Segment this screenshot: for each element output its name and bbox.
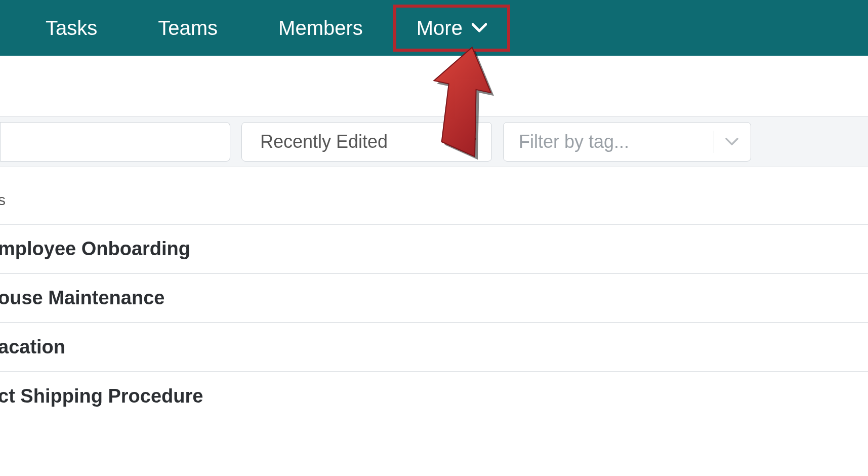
nav-label: More	[417, 17, 463, 39]
nav-label: Members	[278, 17, 363, 39]
sort-select[interactable]: Recently Edited	[241, 122, 492, 162]
nav-members[interactable]: Members	[248, 2, 393, 55]
nav-label: Tasks	[46, 17, 97, 39]
nav-tasks[interactable]: Tasks	[15, 2, 128, 55]
chevron-down-icon	[725, 137, 738, 146]
tag-filter-input[interactable]: Filter by tag...	[503, 122, 751, 162]
search-input[interactable]	[0, 122, 230, 162]
section-header: s	[0, 187, 868, 224]
list-item[interactable]: ouse Maintenance	[0, 273, 868, 322]
sort-selected-label: Recently Edited	[260, 131, 388, 152]
top-nav: Tasks Teams Members More	[0, 0, 868, 56]
list-item-title: ct Shipping Procedure	[0, 385, 203, 407]
list-item-title: mployee Onboarding	[0, 238, 190, 259]
secondary-bar	[0, 56, 868, 116]
nav-label: Teams	[158, 17, 218, 39]
nav-teams[interactable]: Teams	[128, 2, 248, 55]
chevron-down-icon	[463, 137, 476, 146]
list-item-title: ouse Maintenance	[0, 287, 164, 308]
nav-more[interactable]: More	[393, 5, 510, 52]
list-item-title: acation	[0, 336, 65, 358]
list-item[interactable]: mployee Onboarding	[0, 224, 868, 273]
list-item[interactable]: ct Shipping Procedure	[0, 371, 868, 420]
tag-filter-placeholder: Filter by tag...	[519, 131, 629, 152]
process-list: s mployee Onboarding ouse Maintenance ac…	[0, 167, 868, 420]
list-item[interactable]: acation	[0, 322, 868, 371]
chevron-down-icon	[472, 23, 487, 33]
separator	[714, 131, 714, 153]
section-header-text: s	[0, 191, 6, 208]
filter-bar: Recently Edited Filter by tag...	[0, 116, 868, 167]
